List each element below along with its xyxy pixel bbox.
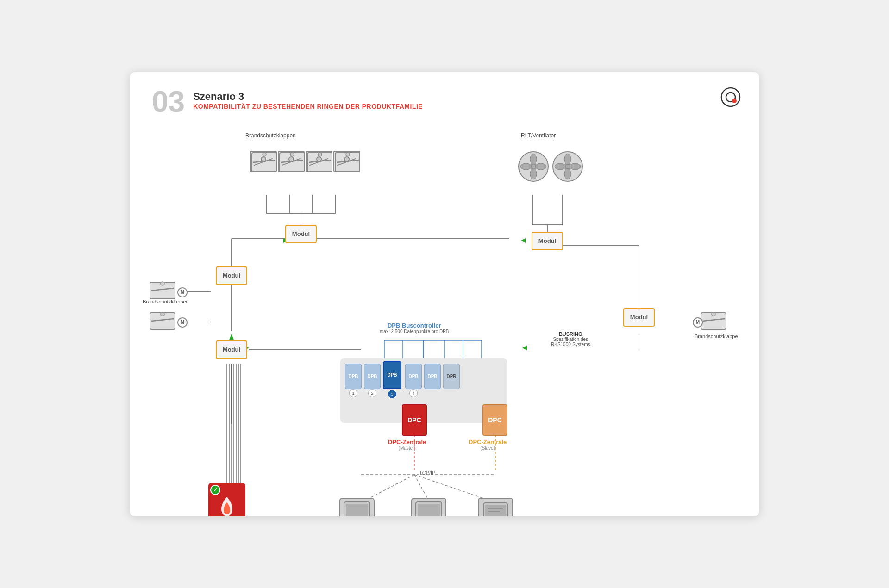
dpb-box-2: DPB 2 xyxy=(364,364,381,389)
scenario-title: Szenario 3 xyxy=(193,91,423,103)
main-page: 03 Szenario 3 KOMPATIBILITÄT ZU BESTEHEN… xyxy=(130,72,759,516)
dpr-box: DPR xyxy=(443,364,460,389)
dpc-slave: DPC xyxy=(482,404,507,436)
fan-1 xyxy=(518,151,549,184)
dpb-box-1: DPB 1 xyxy=(345,364,362,389)
software-device: Software xyxy=(478,498,513,516)
damper-left-1 xyxy=(149,281,176,302)
svg-rect-93 xyxy=(418,504,440,516)
tcpip-label: TCP/IP xyxy=(419,470,435,476)
damper-left-2 xyxy=(149,312,176,332)
module-left-upper: Modul xyxy=(216,266,247,285)
damper-4 xyxy=(333,151,360,172)
brandschutzklappen-top-label: Brandschutzklappen xyxy=(245,132,296,139)
svg-point-2 xyxy=(732,99,737,103)
damper-right xyxy=(700,312,727,332)
busring-title: BUSRING xyxy=(551,331,590,337)
svg-point-64 xyxy=(346,153,350,156)
dpb-box-5: DPB xyxy=(424,364,441,389)
dpb-box-4: DPB 4 xyxy=(405,364,422,389)
scenario-number: 03 xyxy=(152,87,185,117)
module-left-lower: Modul xyxy=(216,340,247,359)
svg-marker-51 xyxy=(229,334,234,340)
rlt-label: RLT/Ventilator xyxy=(521,132,556,139)
diagram: Brandschutzklappen xyxy=(130,128,759,516)
svg-rect-95 xyxy=(485,505,506,516)
svg-marker-36 xyxy=(522,346,527,350)
svg-point-75 xyxy=(564,168,571,179)
svg-point-67 xyxy=(530,154,537,165)
module-right-lower: Modul xyxy=(623,308,655,327)
fan-2 xyxy=(552,151,583,184)
svg-point-76 xyxy=(555,163,566,170)
m-circle-left-2: M xyxy=(177,317,188,328)
header-text: Szenario 3 KOMPATIBILITÄT ZU BESTEHENDEN… xyxy=(193,87,423,110)
dpb-controller-label: DPB Buscontroller xyxy=(380,322,449,329)
m-circle-right: M xyxy=(693,317,703,328)
header: 03 Szenario 3 KOMPATIBILITÄT ZU BESTEHEN… xyxy=(152,87,423,117)
busring-sub2: RKS1000-Systems xyxy=(551,342,590,347)
svg-point-55 xyxy=(263,153,266,156)
m-circle-left-1: M xyxy=(177,287,188,297)
svg-marker-35 xyxy=(521,238,526,243)
svg-rect-89 xyxy=(346,504,368,516)
dpc-slave-label: DPC-Zentrale (Slave) xyxy=(469,439,507,451)
damper-2 xyxy=(278,151,305,172)
svg-point-69 xyxy=(530,168,537,179)
svg-point-68 xyxy=(535,163,546,170)
module-top-right: Modul xyxy=(532,232,563,250)
svg-point-85 xyxy=(712,312,715,316)
busring-sub1: Spezifikation des xyxy=(551,337,590,342)
glt-bacnet-device: GLT / BACnet xyxy=(411,498,446,516)
logo xyxy=(720,87,741,107)
module-top-center: Modul xyxy=(285,225,317,243)
svg-point-79 xyxy=(161,282,164,285)
svg-point-82 xyxy=(161,312,164,316)
bma-device: ✓ BMA/Feuerwehrtableau xyxy=(208,483,262,516)
dpb-box-3: DPB 3 xyxy=(383,361,401,389)
dpb-buscontroller-area: DPB Buscontroller max. 2.500 Datenpunkte… xyxy=(380,322,449,334)
dpd-display-device: DPD Display xyxy=(339,498,375,516)
svg-point-61 xyxy=(318,153,322,156)
dpc-master: DPC xyxy=(402,404,427,436)
svg-point-74 xyxy=(570,163,581,170)
dpc-master-label: DPC-Zentrale (Master) xyxy=(388,439,426,451)
brandschutzklappe-right-label: Brandschutzklappe xyxy=(695,334,738,339)
busring-label-area: BUSRING Spezifikation des RKS1000-System… xyxy=(551,331,590,347)
dpb-controller-sub: max. 2.500 Datenpunkte pro DPB xyxy=(380,329,449,334)
svg-point-73 xyxy=(564,154,571,165)
damper-3 xyxy=(306,151,332,172)
scenario-subtitle: KOMPATIBILITÄT ZU BESTEHENDEN RINGEN DER… xyxy=(193,103,423,110)
svg-point-58 xyxy=(290,153,294,156)
damper-1 xyxy=(250,151,277,172)
svg-point-70 xyxy=(520,163,532,170)
